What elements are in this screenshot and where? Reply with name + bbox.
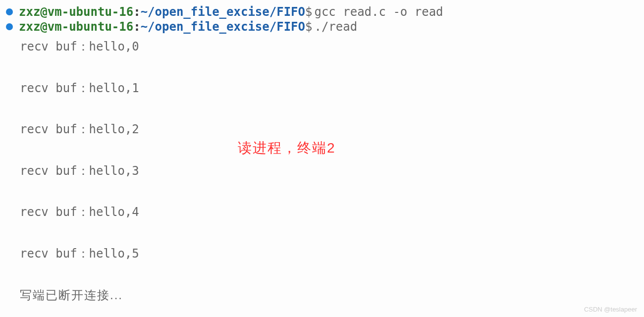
separator: : [133, 5, 140, 19]
user-host: zxz@vm-ubuntu-16 [19, 20, 133, 34]
command-text: gcc read.c -o read [314, 5, 443, 19]
separator: : [133, 20, 140, 34]
terminal-prompt-line-1: zxz@vm-ubuntu-16 : ~/open_file_excise/FI… [0, 5, 644, 19]
output-line: recv buf：hello,4 [20, 204, 644, 221]
path: ~/open_file_excise/FIFO [141, 20, 305, 34]
watermark: CSDN @teslapeer [584, 306, 637, 313]
output-line: recv buf：hello,5 [20, 246, 644, 263]
terminal-prompt-line-2: zxz@vm-ubuntu-16 : ~/open_file_excise/FI… [0, 20, 644, 34]
command-text: ./read [314, 20, 357, 34]
bullet-icon [6, 23, 13, 30]
user-host: zxz@vm-ubuntu-16 [19, 5, 133, 19]
dollar-sign: $ [305, 20, 312, 34]
dollar-sign: $ [305, 5, 312, 19]
path: ~/open_file_excise/FIFO [141, 5, 305, 19]
output-line: recv buf：hello,2 [20, 121, 644, 138]
disconnect-message: 写端已断开连接... [0, 287, 644, 303]
annotation-label: 读进程，终端2 [238, 139, 336, 158]
output-line: recv buf：hello,3 [20, 163, 644, 180]
bullet-icon [6, 8, 13, 15]
output-line: recv buf：hello,0 [20, 39, 644, 55]
output-line: recv buf：hello,1 [20, 80, 644, 97]
